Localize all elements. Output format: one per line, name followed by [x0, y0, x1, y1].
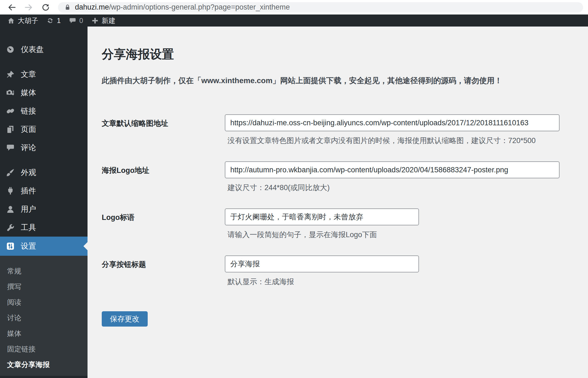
- site-name: 大胡子: [18, 16, 38, 25]
- url-bar[interactable]: dahuzi.me/wp-admin/options-general.php?p…: [58, 2, 583, 13]
- link-icon: [6, 107, 15, 115]
- plug-icon: [6, 187, 15, 195]
- field-label: Logo标语: [102, 208, 225, 240]
- user-icon: [6, 205, 15, 214]
- submenu-item-writing[interactable]: 撰写: [0, 279, 88, 295]
- sidebar-item-dashboard[interactable]: 仪表盘: [0, 40, 88, 59]
- sidebar-item-label: 仪表盘: [21, 44, 44, 55]
- sidebar-item-media[interactable]: 媒体: [0, 83, 88, 102]
- field-label: 文章默认缩略图地址: [102, 114, 225, 146]
- submenu-item-media[interactable]: 媒体: [0, 326, 88, 341]
- sidebar-item-tools[interactable]: 工具: [0, 218, 88, 237]
- admin-sidebar: 仪表盘 文章 媒体 链接: [0, 27, 88, 378]
- sidebar-item-users[interactable]: 用户: [0, 200, 88, 218]
- field-help: 默认显示：生成海报: [228, 277, 419, 287]
- browser-reload-icon[interactable]: [41, 3, 50, 12]
- wp-admin-bar: 大胡子 1 0 新建: [0, 14, 588, 27]
- submenu-item-permalinks[interactable]: 固定链接: [0, 341, 88, 357]
- lock-icon: [64, 4, 71, 11]
- sidebar-item-appearance[interactable]: 外观: [0, 163, 88, 182]
- form-row-poster-logo: 海报Logo地址 建议尺寸：244*80(或同比放大): [102, 161, 572, 193]
- dashboard-icon: [6, 45, 15, 54]
- sidebar-item-plugins[interactable]: 插件: [0, 182, 88, 200]
- comment-icon: [69, 17, 76, 24]
- submenu-item-poster-share[interactable]: 文章分享海报: [0, 357, 88, 373]
- browser-forward-icon[interactable]: [24, 3, 33, 12]
- sidebar-item-label: 页面: [21, 124, 36, 135]
- submenu-item-discussion[interactable]: 讨论: [0, 310, 88, 326]
- settings-sliders-icon: [6, 242, 15, 251]
- sidebar-item-label: 媒体: [21, 88, 36, 98]
- field-help: 建议尺寸：244*80(或同比放大): [228, 183, 560, 193]
- poster-logo-input[interactable]: [225, 161, 560, 178]
- admin-bar-new-content[interactable]: 新建: [87, 14, 120, 27]
- wrench-icon: [6, 223, 15, 232]
- logo-slogan-input[interactable]: [225, 208, 419, 225]
- sidebar-item-label: 用户: [21, 204, 36, 214]
- settings-submenu: 常规 撰写 阅读 讨论 媒体 固定链接 文章分享海报: [0, 256, 88, 376]
- admin-bar-site-menu[interactable]: 大胡子: [3, 14, 42, 27]
- sidebar-item-posts[interactable]: 文章: [0, 65, 88, 83]
- comment-bubble-icon: [6, 143, 15, 152]
- field-help: 请输入一段简短的句子，显示在海报Logo下面: [228, 230, 419, 240]
- pushpin-icon: [6, 70, 15, 79]
- media-icon: [6, 88, 15, 97]
- sidebar-item-settings[interactable]: 设置: [0, 237, 88, 256]
- field-label: 海报Logo地址: [102, 161, 225, 193]
- field-help: 没有设置文章特色图片或者文章内没有图片的时候，海报使用默认缩略图，建议尺寸：72…: [228, 136, 560, 146]
- update-count: 1: [57, 17, 61, 25]
- sidebar-item-label: 外观: [21, 167, 36, 178]
- update-icon: [46, 17, 54, 24]
- plus-icon: [91, 17, 99, 24]
- admin-bar-updates[interactable]: 1: [42, 14, 65, 27]
- default-thumbnail-input[interactable]: [225, 114, 560, 131]
- browser-toolbar: dahuzi.me/wp-admin/options-general.php?p…: [0, 0, 588, 14]
- sidebar-item-label: 工具: [21, 222, 36, 233]
- comment-count: 0: [79, 17, 83, 25]
- form-row-logo-slogan: Logo标语 请输入一段简短的句子，显示在海报Logo下面: [102, 208, 572, 240]
- share-button-title-input[interactable]: [225, 255, 419, 272]
- home-icon: [7, 17, 15, 24]
- form-row-share-button-title: 分享按钮标题 默认显示：生成海报: [102, 255, 572, 287]
- plugin-notice: 此插件由大胡子制作，仅在「www.xintheme.com」网站上面提供下载，安…: [102, 75, 572, 86]
- url-text: dahuzi.me/wp-admin/options-general.php?p…: [75, 3, 290, 11]
- new-content-label: 新建: [102, 16, 115, 25]
- settings-page: 分享海报设置 此插件由大胡子制作，仅在「www.xintheme.com」网站上…: [88, 27, 588, 378]
- browser-back-icon[interactable]: [7, 3, 16, 12]
- paintbrush-icon: [6, 168, 15, 177]
- url-path: /wp-admin/options-general.php?page=poste…: [109, 3, 290, 11]
- sidebar-item-label: 链接: [21, 106, 36, 116]
- sidebar-item-label: 评论: [21, 143, 36, 153]
- sidebar-item-comments[interactable]: 评论: [0, 138, 88, 157]
- field-label: 分享按钮标题: [102, 255, 225, 287]
- url-domain: dahuzi.me: [75, 3, 109, 11]
- pages-icon: [6, 125, 15, 134]
- sidebar-item-label: 设置: [21, 241, 36, 251]
- form-row-default-thumbnail: 文章默认缩略图地址 没有设置文章特色图片或者文章内没有图片的时候，海报使用默认缩…: [102, 114, 572, 146]
- submenu-item-reading[interactable]: 阅读: [0, 295, 88, 310]
- sidebar-item-pages[interactable]: 页面: [0, 120, 88, 138]
- submenu-item-general[interactable]: 常规: [0, 263, 88, 279]
- sidebar-item-label: 插件: [21, 186, 36, 196]
- save-button[interactable]: 保存更改: [102, 311, 148, 327]
- page-title: 分享海报设置: [102, 46, 572, 62]
- sidebar-item-label: 文章: [21, 69, 36, 80]
- sidebar-item-links[interactable]: 链接: [0, 102, 88, 120]
- admin-bar-comments[interactable]: 0: [65, 14, 87, 27]
